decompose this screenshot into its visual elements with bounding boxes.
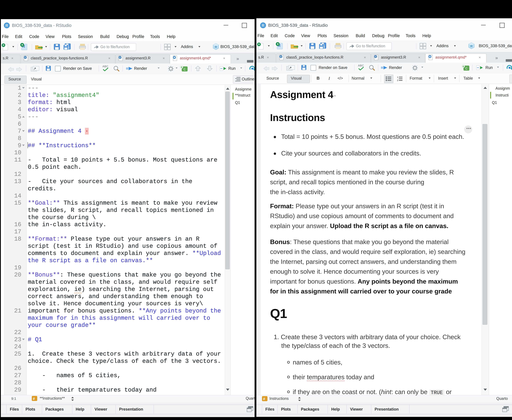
svg-text:R: R xyxy=(24,56,26,59)
svg-text:R: R xyxy=(470,44,473,48)
svg-text:+: + xyxy=(181,65,182,69)
svg-text:1: 1 xyxy=(397,76,398,78)
svg-text:R: R xyxy=(215,45,217,49)
svg-text:R: R xyxy=(119,56,121,59)
svg-text:R: R xyxy=(280,55,282,58)
svg-text:+: + xyxy=(462,65,464,68)
svg-text:R: R xyxy=(375,55,376,58)
svg-text:2: 2 xyxy=(397,79,398,81)
svg-text:C: C xyxy=(465,67,467,71)
svg-text:C: C xyxy=(184,68,186,71)
